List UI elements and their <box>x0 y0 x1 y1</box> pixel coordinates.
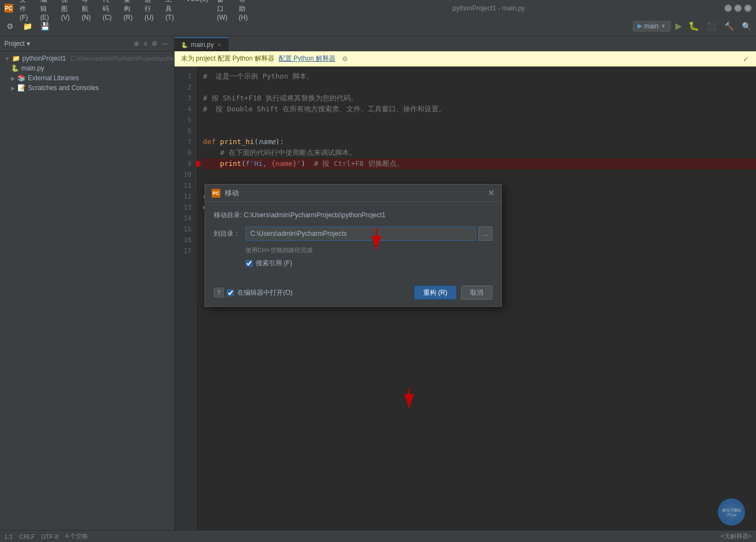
dialog-help-button[interactable]: ? <box>214 288 224 297</box>
editor-area: 🐍 main.py ✕ 未为 project 配置 Python 解释器 配置 … <box>175 36 756 530</box>
close-button[interactable]: ✕ <box>744 4 752 12</box>
tree-item-main-py[interactable]: 🐍 main.py <box>0 63 174 73</box>
line-numbers: 1 2 3 4 5 6 7 8 9 10 11 12 13 14 15 16 1… <box>175 67 196 530</box>
code-editor[interactable]: 1 2 3 4 5 6 7 8 9 10 11 12 13 14 15 16 1… <box>175 67 756 530</box>
status-line-ending: CRLF <box>19 533 35 540</box>
tab-close-icon[interactable]: ✕ <box>217 42 221 48</box>
dialog-open-editor-checkbox[interactable] <box>227 289 234 296</box>
config-gear-icon[interactable]: ⚙ <box>342 55 348 63</box>
run-config-selector[interactable]: ▶ main ▼ <box>633 21 671 32</box>
dialog-body: 移动目录: C:\Users\admin\PycharmProjects\pyt… <box>205 202 501 281</box>
dialog-dest-label: 到目录： <box>214 229 241 239</box>
dialog-dest-row: 到目录： … <box>214 227 493 241</box>
dialog-checkbox1-row: 搜索引用 (F) <box>245 259 493 268</box>
project-name: pythonProject1 <box>22 55 66 62</box>
config-bar: 未为 project 配置 Python 解释器 配置 Python 解释器 ⚙… <box>175 51 756 67</box>
dialog-title-bar: PC 移动 ✕ <box>205 184 501 202</box>
config-check-icon: ✓ <box>743 55 749 63</box>
status-position: 1:1 <box>4 533 13 540</box>
folder-icon: 📁 <box>12 55 20 62</box>
tab-py-icon: 🐍 <box>181 42 188 48</box>
status-right: <无解释器> <box>721 532 752 540</box>
dialog-footer-left: ? 在编辑器中打开(O) <box>214 288 410 297</box>
py-file-icon: 🐍 <box>11 64 19 72</box>
sidebar: Project ▾ ⊕ ≡ ⚙ — ▼ 📁 pythonProject1 C:\… <box>0 36 175 530</box>
window-controls[interactable]: — □ ✕ <box>724 4 752 12</box>
code-line-9: print(f'Hi, {name}') # 按 Ctrl+F8 切换断点。 <box>203 158 756 169</box>
menu-help[interactable]: 帮助(H) <box>237 0 253 22</box>
dialog-ok-button[interactable]: 重构 (R) <box>414 285 457 300</box>
collapse-arrow: ▼ <box>4 56 10 62</box>
status-interpreter[interactable]: <无解释器> <box>721 532 752 540</box>
scratches-arrow: ▶ <box>11 85 15 91</box>
dialog-dest-input[interactable] <box>245 227 476 241</box>
toolbar-btn-search[interactable]: 🔍 <box>739 19 754 34</box>
debug-button[interactable]: 🐛 <box>686 20 701 32</box>
lib-icon: 📚 <box>17 74 26 82</box>
external-libraries-label: External Libraries <box>28 74 79 82</box>
tab-label: main.py <box>191 41 214 49</box>
dialog-search-ref-checkbox[interactable] <box>245 260 253 267</box>
dialog-browse-button[interactable]: … <box>478 227 493 241</box>
run-config-name: main <box>644 22 658 30</box>
scratch-icon: 📝 <box>17 84 26 92</box>
toolbar-btn-3[interactable]: 💾 <box>37 19 52 34</box>
tree-item-root[interactable]: ▼ 📁 pythonProject1 C:\Users\admin\Pychar… <box>0 53 174 63</box>
sidebar-settings-icon[interactable]: ⚙ <box>151 39 159 48</box>
dialog-title: 移动 <box>225 188 488 198</box>
sidebar-collapse-icon[interactable]: ≡ <box>142 39 148 48</box>
toolbar-btn-stop[interactable]: ⬛ <box>704 19 719 34</box>
toolbar-btn-2[interactable]: 📁 <box>20 19 35 34</box>
status-indent: 4 个空格 <box>65 532 88 540</box>
menu-refactor[interactable]: 重构(R) <box>122 0 138 22</box>
tree-item-external-libs[interactable]: ▶ 📚 External Libraries <box>0 73 174 83</box>
dialog-input-wrap: … <box>245 227 493 241</box>
dialog-hint: 使用Ctrl+空格的路径完成 <box>245 246 493 254</box>
window-title: pythonProject1 - main.py <box>253 4 724 12</box>
code-line-3: # 按 Shift+F10 执行或将其替换为您的代码。 <box>203 93 756 104</box>
minimize-button[interactable]: — <box>724 4 732 12</box>
scratches-label: Scratches and Consoles <box>28 84 99 92</box>
status-bar: 1:1 CRLF UTF-8 4 个空格 <无解释器> <box>0 530 756 542</box>
dialog-subtitle-path: C:\Users\admin\PycharmProjects\pythonPro… <box>244 211 386 219</box>
move-dialog: PC 移动 ✕ 移动目录: C:\Users\admin\PycharmProj… <box>205 184 502 307</box>
dialog-subtitle: 移动目录: C:\Users\admin\PycharmProjects\pyt… <box>214 211 493 220</box>
app-icon: PC <box>4 4 13 13</box>
sidebar-icon-group: ⊕ ≡ ⚙ — <box>133 39 170 48</box>
menu-tools[interactable]: 工具(T) <box>163 0 179 22</box>
code-line-5 <box>203 115 756 126</box>
project-tree: ▼ 📁 pythonProject1 C:\Users\admin\Pychar… <box>0 51 174 530</box>
sidebar-add-icon[interactable]: ⊕ <box>133 39 140 48</box>
menu-vcs[interactable]: VCS(S) <box>184 0 211 22</box>
tab-main-py[interactable]: 🐍 main.py ✕ <box>175 37 229 51</box>
menu-code[interactable]: 代码(C) <box>100 0 117 22</box>
code-line-1: # 这是一个示例 Python 脚本。 <box>203 71 756 82</box>
dialog-footer: ? 在编辑器中打开(O) 重构 (R) 取消 <box>205 281 501 306</box>
project-path: C:\Users\admin\PycharmProjects\pythonPro… <box>70 55 174 62</box>
run-button[interactable]: ▶ <box>673 20 684 32</box>
toolbar-btn-1[interactable]: ⚙ <box>2 19 17 34</box>
project-panel-title: Project ▾ <box>4 40 133 47</box>
dialog-open-editor-label: 在编辑器中打开(O) <box>237 288 292 297</box>
title-bar: PC 文件(F) 编辑(E) 视图(V) 导航(N) 代码(C) 重构(R) 运… <box>0 0 756 16</box>
tree-item-scratches[interactable]: ▶ 📝 Scratches and Consoles <box>0 83 174 93</box>
dialog-close-button[interactable]: ✕ <box>488 188 495 198</box>
config-python-link[interactable]: 配置 Python 解释器 <box>279 54 335 63</box>
menu-bar[interactable]: 文件(F) 编辑(E) 视图(V) 导航(N) 代码(C) 重构(R) 运行(U… <box>17 0 253 22</box>
watermark: 极光下载站77.cn <box>718 498 751 526</box>
dialog-checkbox1-label: 搜索引用 (F) <box>256 259 292 268</box>
dialog-icon: PC <box>212 189 220 198</box>
menu-view[interactable]: 视图(V) <box>59 0 75 22</box>
sidebar-hide-icon[interactable]: — <box>161 39 170 48</box>
maximize-button[interactable]: □ <box>734 4 742 12</box>
toolbar-btn-build[interactable]: 🔨 <box>721 19 736 34</box>
run-config-arrow: ▼ <box>661 23 666 29</box>
code-line-4: # 按 Double Shift 在所有地方搜索类、文件、工具窗口、操作和设置。 <box>203 104 756 115</box>
config-bar-text: 未为 project 配置 Python 解释器 <box>181 54 274 63</box>
menu-nav[interactable]: 导航(N) <box>80 0 96 22</box>
dialog-cancel-button[interactable]: 取消 <box>461 285 493 300</box>
code-line-2 <box>203 82 756 93</box>
menu-window[interactable]: 窗口(W) <box>215 0 232 22</box>
code-line-7: def print_hi(name): <box>203 136 756 147</box>
menu-run[interactable]: 运行(U) <box>142 0 159 22</box>
